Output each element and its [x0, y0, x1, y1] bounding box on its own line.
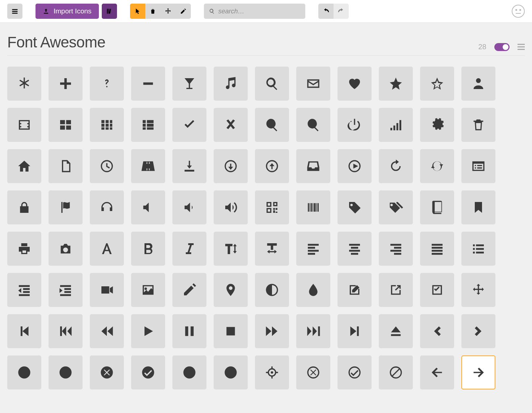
icon-refresh[interactable] — [420, 149, 454, 183]
icon-bookmark[interactable] — [461, 190, 495, 224]
select-tool-button[interactable] — [130, 4, 145, 19]
icon-road[interactable] — [131, 149, 165, 183]
icon-volume-down[interactable] — [172, 190, 206, 224]
icon-music[interactable] — [214, 67, 248, 101]
menu-button[interactable] — [7, 4, 22, 19]
icon-volume-off[interactable] — [131, 190, 165, 224]
icon-repeat[interactable] — [379, 149, 413, 183]
icon-times-circle-o[interactable] — [296, 355, 330, 389]
icon-info-circle[interactable] — [214, 355, 248, 389]
delete-tool-button[interactable] — [145, 4, 160, 19]
icon-align-center[interactable] — [338, 232, 372, 266]
icon-asterisk[interactable] — [7, 67, 41, 101]
icon-outdent[interactable] — [7, 273, 41, 307]
icon-font[interactable] — [90, 232, 124, 266]
icon-th-list[interactable] — [131, 108, 165, 142]
icon-search-plus[interactable] — [255, 108, 289, 142]
icon-fast-forward[interactable] — [296, 314, 330, 348]
icon-step-backward[interactable] — [7, 314, 41, 348]
redo-button[interactable] — [334, 4, 349, 19]
icon-home[interactable] — [7, 149, 41, 183]
icon-inbox[interactable] — [296, 149, 330, 183]
icon-search[interactable] — [255, 67, 289, 101]
icon-trash-o[interactable] — [461, 108, 495, 142]
icon-align-left[interactable] — [296, 232, 330, 266]
icon-play-circle-o[interactable] — [338, 149, 372, 183]
move-tool-button[interactable] — [160, 4, 176, 19]
icon-arrow-right[interactable] — [461, 355, 495, 389]
icon-signal[interactable] — [379, 108, 413, 142]
icon-tint[interactable] — [296, 273, 330, 307]
icon-minus[interactable] — [131, 67, 165, 101]
icon-eject[interactable] — [379, 314, 413, 348]
icon-question[interactable] — [90, 67, 124, 101]
icon-text-height[interactable] — [214, 232, 248, 266]
account-icon[interactable] — [512, 5, 525, 18]
icon-clock-o[interactable] — [90, 149, 124, 183]
icon-pause[interactable] — [172, 314, 206, 348]
icon-file-o[interactable] — [49, 149, 83, 183]
icon-glass[interactable] — [172, 67, 206, 101]
icon-heart[interactable] — [338, 67, 372, 101]
icon-map-marker[interactable] — [214, 273, 248, 307]
search-input[interactable] — [218, 8, 300, 15]
icon-minus-circle[interactable] — [49, 355, 83, 389]
icon-list[interactable] — [461, 232, 495, 266]
icon-video-camera[interactable] — [90, 273, 124, 307]
icon-film[interactable] — [7, 108, 41, 142]
icon-fast-backward[interactable] — [49, 314, 83, 348]
icon-adjust[interactable] — [255, 273, 289, 307]
icon-times-circle[interactable] — [90, 355, 124, 389]
icon-chevron-right[interactable] — [461, 314, 495, 348]
icon-bold[interactable] — [131, 232, 165, 266]
icon-camera[interactable] — [49, 232, 83, 266]
icon-check-circle[interactable] — [131, 355, 165, 389]
icon-play[interactable] — [131, 314, 165, 348]
icon-list-alt[interactable] — [461, 149, 495, 183]
icon-arrow-left[interactable] — [420, 355, 454, 389]
icon-star[interactable] — [379, 67, 413, 101]
icon-user[interactable] — [461, 67, 495, 101]
icon-book[interactable] — [420, 190, 454, 224]
selection-toggle[interactable] — [494, 43, 510, 51]
icon-volume-up[interactable] — [214, 190, 248, 224]
icon-star-o[interactable] — [420, 67, 454, 101]
icon-check[interactable] — [172, 108, 206, 142]
library-button[interactable] — [102, 4, 117, 19]
icon-barcode[interactable] — [296, 190, 330, 224]
icon-backward[interactable] — [90, 314, 124, 348]
icon-align-right[interactable] — [379, 232, 413, 266]
icon-share-square-o[interactable] — [379, 273, 413, 307]
icon-arrow-circle-o-down[interactable] — [214, 149, 248, 183]
icon-print[interactable] — [7, 232, 41, 266]
icon-italic[interactable] — [172, 232, 206, 266]
icon-picture-o[interactable] — [131, 273, 165, 307]
set-menu-button[interactable] — [518, 44, 525, 50]
icon-th-large[interactable] — [49, 108, 83, 142]
icon-headphones[interactable] — [90, 190, 124, 224]
icon-flag[interactable] — [49, 190, 83, 224]
icon-check-circle-o[interactable] — [338, 355, 372, 389]
icon-align-justify[interactable] — [420, 232, 454, 266]
icon-arrows[interactable] — [461, 273, 495, 307]
icon-stop[interactable] — [214, 314, 248, 348]
icon-question-circle[interactable] — [172, 355, 206, 389]
icon-tag[interactable] — [338, 190, 372, 224]
undo-button[interactable] — [318, 4, 334, 19]
icon-search-minus[interactable] — [296, 108, 330, 142]
icon-arrow-circle-o-up[interactable] — [255, 149, 289, 183]
icon-pencil-square-o[interactable] — [338, 273, 372, 307]
icon-indent[interactable] — [49, 273, 83, 307]
icon-ban[interactable] — [379, 355, 413, 389]
icon-th[interactable] — [90, 108, 124, 142]
icon-plus-circle[interactable] — [7, 355, 41, 389]
icon-cog[interactable] — [420, 108, 454, 142]
icon-envelope-o[interactable] — [296, 67, 330, 101]
icon-tags[interactable] — [379, 190, 413, 224]
icon-chevron-left[interactable] — [420, 314, 454, 348]
icon-plus[interactable] — [49, 67, 83, 101]
icon-download[interactable] — [172, 149, 206, 183]
import-icons-button[interactable]: Import Icons — [35, 4, 99, 19]
icon-times[interactable] — [214, 108, 248, 142]
icon-crosshairs[interactable] — [255, 355, 289, 389]
